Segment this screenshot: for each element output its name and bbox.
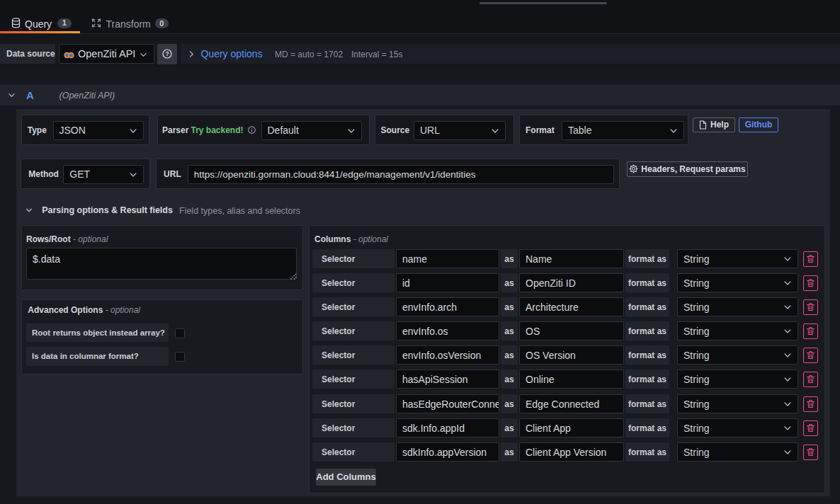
svg-text:?: ? — [165, 50, 169, 57]
